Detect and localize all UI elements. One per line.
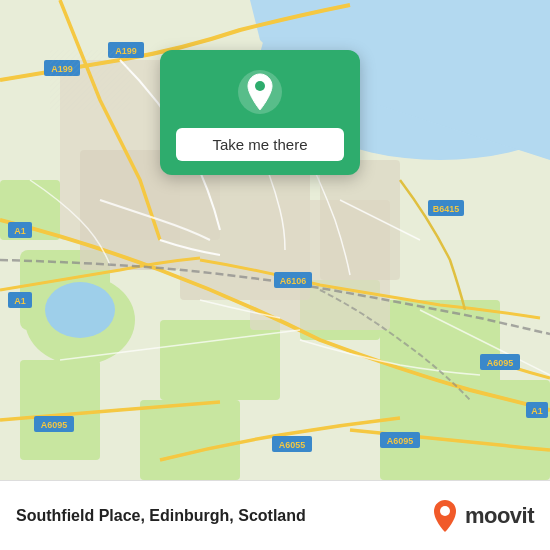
svg-text:A6095: A6095: [387, 436, 414, 446]
svg-text:A1: A1: [531, 406, 543, 416]
svg-rect-7: [160, 320, 280, 400]
location-info: Southfield Place, Edinburgh, Scotland: [16, 507, 306, 525]
svg-point-44: [255, 81, 265, 91]
svg-text:A6095: A6095: [41, 420, 68, 430]
moovit-logo: moovit: [431, 499, 534, 533]
location-pin-icon: [236, 68, 284, 116]
moovit-pin-icon: [431, 499, 459, 533]
svg-rect-10: [20, 360, 100, 460]
svg-text:B6415: B6415: [433, 204, 460, 214]
svg-rect-42: [50, 50, 130, 110]
svg-point-18: [45, 282, 115, 338]
svg-rect-17: [320, 160, 400, 280]
take-me-there-button[interactable]: Take me there: [176, 128, 344, 161]
location-name: Southfield Place, Edinburgh, Scotland: [16, 507, 306, 525]
svg-text:A6055: A6055: [279, 440, 306, 450]
svg-text:A6106: A6106: [280, 276, 307, 286]
svg-text:A1: A1: [14, 296, 26, 306]
svg-text:A1: A1: [14, 226, 26, 236]
svg-point-45: [440, 506, 450, 516]
bottom-bar: Southfield Place, Edinburgh, Scotland mo…: [0, 480, 550, 550]
svg-rect-12: [140, 400, 240, 480]
map-container: A199 A199 A1 A1 A1 A6095 A6055 A6095 A60…: [0, 0, 550, 480]
svg-rect-11: [380, 380, 550, 480]
svg-text:A6095: A6095: [487, 358, 514, 368]
popup-card: Take me there: [160, 50, 360, 175]
moovit-label: moovit: [465, 503, 534, 529]
